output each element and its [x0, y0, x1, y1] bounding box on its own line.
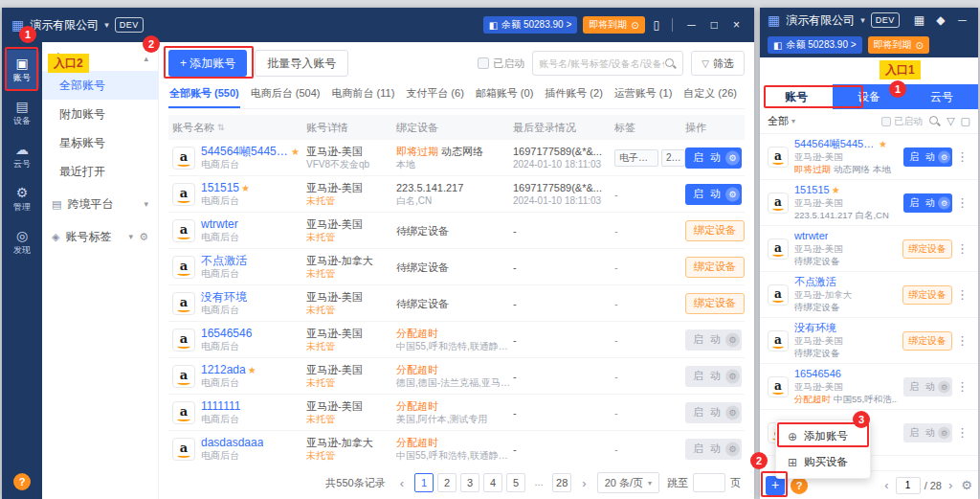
account-list-item[interactable]: a 不点激活 ★ 亚马逊-加拿大 待绑定设备 绑定设备 ⚙	[760, 272, 978, 318]
action-button[interactable]: 绑定设备 ⚙	[685, 220, 745, 241]
company-name[interactable]: 演示有限公司	[786, 12, 855, 29]
close-button[interactable]: ×	[977, 13, 978, 27]
next-page-icon[interactable]: ›	[579, 476, 589, 490]
more-icon[interactable]: ⋮	[954, 425, 970, 440]
tag-chip[interactable]: 202	[661, 149, 685, 167]
chevron-down-icon[interactable]: ▾	[129, 232, 134, 241]
account-name-link[interactable]: 不点激活	[201, 255, 247, 267]
balance-chip[interactable]: ◧ 余额 50283.90 >	[483, 16, 578, 34]
action-button[interactable]: 启 动 ⚙	[685, 184, 742, 205]
account-list-item[interactable]: a 没有环境 ★ 亚马逊-美国 待绑定设备 绑定设备 ⚙	[760, 318, 978, 364]
account-tab[interactable]: 邮箱账号 (0)	[475, 80, 535, 108]
launch-options-icon[interactable]: ⚙	[938, 426, 950, 439]
account-list-item[interactable]: a wtrwter ★ 亚马逊-美国 待绑定设备 绑定设备 ⚙	[760, 226, 978, 272]
account-name-link[interactable]: 16546546	[201, 328, 252, 340]
action-button[interactable]: 绑定设备 ⚙	[902, 331, 952, 351]
account-tab[interactable]: 插件账号 (2)	[544, 80, 604, 108]
expiring-chip[interactable]: 即将到期 ⊙	[868, 36, 929, 54]
table-row[interactable]: a 不点激活 ★ 电商后台 亚马逊-加拿大 未托管	[168, 249, 745, 285]
action-button[interactable]: 绑定设备 ⚙	[902, 285, 952, 305]
action-button[interactable]: 启 动 ⚙	[903, 377, 952, 397]
page-number[interactable]: 3	[460, 473, 479, 492]
nav-group-row[interactable]: ▤ 跨境平台 ▾ ⚙	[42, 190, 158, 218]
account-name-link[interactable]: wtrwter	[794, 230, 828, 242]
action-button[interactable]: 启 动 ⚙	[903, 147, 952, 167]
action-button[interactable]: 启 动 ⚙	[903, 193, 952, 213]
add-account-button[interactable]: + 添加账号	[168, 50, 247, 77]
table-row[interactable]: a 544564噸544564... ★ 电商后台 亚马逊-美国	[168, 140, 745, 176]
account-name-link[interactable]: 1212ada	[201, 364, 246, 376]
help-button[interactable]: ?	[791, 477, 808, 494]
star-icon[interactable]: ★	[832, 184, 840, 196]
action-button[interactable]: 绑定设备 ⚙	[685, 257, 745, 278]
launch-options-icon[interactable]: ⚙	[725, 187, 740, 201]
table-row[interactable]: a dasdasdaaa ★ 电商后台 亚马逊-加拿大 未托	[168, 431, 745, 466]
account-name-link[interactable]: 151515	[794, 184, 830, 196]
launch-options-icon[interactable]: ⚙	[725, 405, 740, 420]
help-button[interactable]: ?	[13, 473, 31, 490]
star-icon[interactable]: ★	[241, 182, 250, 194]
account-name-link[interactable]: 151515	[201, 182, 239, 194]
account-name-link[interactable]: dasdasdaaa	[201, 437, 263, 449]
scope-select[interactable]: 全部 ▾	[768, 114, 795, 128]
context-menu-item[interactable]: ⊞ 购买设备	[776, 449, 870, 475]
launch-options-icon[interactable]: ⚙	[938, 380, 950, 393]
page-number[interactable]: 2	[437, 473, 457, 492]
launch-options-icon[interactable]: ⚙	[725, 369, 740, 383]
star-icon[interactable]: ★	[248, 364, 256, 376]
account-tab[interactable]: 自定义 (26)	[682, 80, 738, 108]
table-row[interactable]: a 1212ada ★ 电商后台 亚马逊-美国 未托管	[168, 358, 745, 395]
prev-page-icon[interactable]: ‹	[881, 478, 891, 492]
search-icon[interactable]	[928, 115, 941, 127]
account-name-link[interactable]: 1111111	[201, 400, 240, 413]
table-row[interactable]: a 没有环境 ★ 电商后台 亚马逊-美国 未托管	[168, 285, 745, 322]
grid-icon[interactable]: ▦	[911, 13, 927, 27]
more-icon[interactable]: ⋮	[954, 379, 970, 394]
page-number[interactable]: 1	[414, 473, 434, 492]
more-icon[interactable]: ⋮	[954, 195, 970, 210]
gear-icon[interactable]: ⚙	[139, 231, 148, 243]
maximize-button[interactable]: □	[706, 18, 723, 32]
account-name-link[interactable]: 544564噸544564噸54...	[794, 138, 877, 150]
table-row[interactable]: a 151515 ★ 电商后台 亚马逊-美国 未托管	[168, 176, 745, 213]
launch-options-icon[interactable]: ⚙	[938, 150, 950, 163]
balance-chip[interactable]: ◧ 余额 50283.90 >	[768, 36, 862, 54]
sort-icon[interactable]: ⇅	[217, 123, 225, 132]
more-icon[interactable]: ⋮	[954, 333, 970, 348]
account-list-item[interactable]: a 151515 ★ 亚马逊-美国 223.5.141.217 白名,CN 启 …	[760, 180, 978, 226]
jump-page-input[interactable]	[693, 473, 725, 492]
mini-tab[interactable]: 账号	[760, 84, 833, 109]
started-checkbox[interactable]	[478, 57, 489, 69]
context-menu-item[interactable]: ⊕ 添加账号	[776, 423, 870, 449]
sidebar-module-item[interactable]: ☁ 云号	[5, 136, 39, 176]
account-tab[interactable]: 全部账号 (550)	[168, 80, 240, 108]
action-button[interactable]: 绑定设备 ⚙	[685, 293, 745, 314]
table-row[interactable]: a 16546546 ★ 电商后台 亚马逊-美国 未托管	[168, 322, 745, 358]
minimize-button[interactable]: ─	[682, 18, 701, 32]
column-header[interactable]: 账号名称 ⇅	[172, 121, 306, 135]
page-number[interactable]: 28	[552, 473, 571, 492]
action-button[interactable]: 启 动 ⚙	[685, 439, 742, 460]
search-icon[interactable]	[664, 57, 677, 70]
search-input[interactable]	[539, 58, 664, 69]
action-button[interactable]: 启 动 ⚙	[903, 423, 952, 442]
nav-group-row[interactable]: ◈ 账号标签 ▾ ⚙	[42, 222, 158, 251]
sidebar-module-item[interactable]: ▤ 设备	[5, 93, 39, 133]
more-icon[interactable]: ⋮	[954, 287, 970, 302]
tag-chip[interactable]: 电子产品	[614, 149, 658, 167]
close-button[interactable]: ×	[728, 18, 745, 32]
account-name-link[interactable]: 没有环境	[201, 291, 247, 304]
settings-gear-icon[interactable]: ⚙	[961, 478, 972, 492]
filter-button[interactable]: ▽ 筛选	[691, 51, 745, 76]
more-icon[interactable]: ⋮	[954, 241, 970, 256]
table-row[interactable]: a wtrwter ★ 电商后台 亚马逊-美国 未托管	[168, 213, 745, 249]
page-number[interactable]: 5	[506, 473, 525, 492]
chevron-down-icon[interactable]: ▾	[144, 199, 148, 209]
star-icon[interactable]: ★	[291, 146, 300, 158]
account-list-item[interactable]: a 16546546 ★ 亚马逊-美国 分配超时 中国55,呼和浩... 启 动	[760, 364, 978, 410]
scan-icon[interactable]: ▯	[651, 18, 663, 32]
nav-item[interactable]: 全部账号	[42, 71, 158, 100]
nav-item[interactable]: 最近打开	[42, 157, 158, 186]
star-icon[interactable]: ★	[879, 138, 887, 150]
more-icon[interactable]: ⋮	[954, 149, 970, 164]
